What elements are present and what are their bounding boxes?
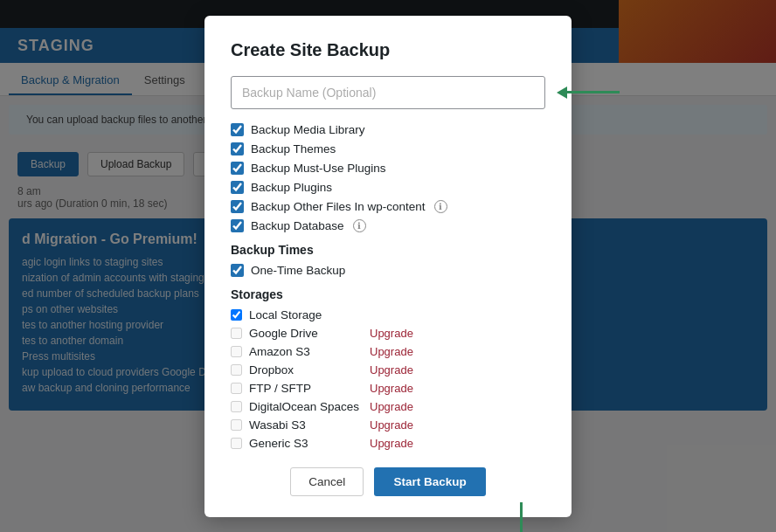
arrow-vert-line <box>520 502 523 533</box>
checkbox-database-input[interactable] <box>231 219 244 232</box>
checkbox-plugins-label: Backup Plugins <box>251 181 332 194</box>
backup-times-section: Backup Times One-Time Backup <box>231 243 545 277</box>
storage-ftp: FTP / SFTP Upgrade <box>231 382 545 395</box>
storage-dropbox-upgrade[interactable]: Upgrade <box>370 363 413 377</box>
arrow-line <box>567 91 620 93</box>
storage-amazon-s3: Amazon S3 Upgrade <box>231 345 545 358</box>
storage-local-checkbox[interactable] <box>231 309 242 321</box>
storage-wasabi-upgrade[interactable]: Upgrade <box>370 418 413 432</box>
checkbox-must-use-plugins: Backup Must-Use Plugins <box>231 162 545 175</box>
storage-local-label: Local Storage <box>249 308 363 321</box>
storage-google-drive-label: Google Drive <box>249 327 363 340</box>
cancel-button[interactable]: Cancel <box>290 467 364 496</box>
start-button-arrow <box>514 502 528 533</box>
checkbox-themes: Backup Themes <box>231 142 545 155</box>
storage-dropbox: Dropbox Upgrade <box>231 363 545 377</box>
modal-footer: Cancel Start Backup <box>231 467 545 496</box>
storage-google-drive-upgrade[interactable]: Upgrade <box>370 327 413 340</box>
storage-digitalocean: DigitalOcean Spaces Upgrade <box>231 400 545 413</box>
input-arrow <box>554 86 620 99</box>
database-info-icon[interactable]: ℹ <box>353 219 366 232</box>
checkbox-one-time-input[interactable] <box>231 264 244 277</box>
storage-dropbox-checkbox <box>231 364 242 376</box>
start-backup-button[interactable]: Start Backup <box>374 467 485 496</box>
checkbox-media-library: Backup Media Library <box>231 123 545 136</box>
checkbox-other-files-input[interactable] <box>231 200 244 213</box>
checkbox-media-library-input[interactable] <box>231 123 244 136</box>
storage-local: Local Storage <box>231 308 545 321</box>
storage-generic-s3: Generic S3 Upgrade <box>231 437 545 450</box>
checkbox-media-library-label: Backup Media Library <box>251 123 365 136</box>
storage-wasabi-label: Wasabi S3 <box>249 418 363 432</box>
storage-wasabi-checkbox <box>231 419 242 431</box>
other-files-info-icon[interactable]: ℹ <box>434 200 447 213</box>
backup-name-input[interactable] <box>231 76 545 109</box>
modal-title: Create Site Backup <box>231 40 545 60</box>
checkbox-plugins-input[interactable] <box>231 181 244 194</box>
storage-google-drive-checkbox <box>231 328 242 339</box>
storage-digitalocean-upgrade[interactable]: Upgrade <box>370 400 413 413</box>
storages-section: Storages Local Storage Google Drive Upgr… <box>231 287 545 450</box>
checkbox-themes-label: Backup Themes <box>251 142 336 155</box>
storage-ftp-upgrade[interactable]: Upgrade <box>370 382 413 395</box>
checkbox-themes-input[interactable] <box>231 142 244 155</box>
checkbox-database-label: Backup Database <box>251 219 344 232</box>
modal-overlay: Create Site Backup Backup Media Library <box>0 0 776 532</box>
storage-ftp-label: FTP / SFTP <box>249 382 363 395</box>
checkbox-other-files: Backup Other Files In wp-content ℹ <box>231 200 545 213</box>
storage-digitalocean-checkbox <box>231 401 242 412</box>
arrow-head-left <box>557 86 567 99</box>
storage-dropbox-label: Dropbox <box>249 363 363 377</box>
storage-ftp-checkbox <box>231 383 242 394</box>
storage-wasabi: Wasabi S3 Upgrade <box>231 418 545 432</box>
storage-generic-s3-checkbox <box>231 438 242 449</box>
storage-amazon-s3-label: Amazon S3 <box>249 345 363 358</box>
storage-google-drive: Google Drive Upgrade <box>231 327 545 340</box>
checkbox-plugins: Backup Plugins <box>231 181 545 194</box>
storage-amazon-s3-upgrade[interactable]: Upgrade <box>370 345 413 358</box>
checkbox-database: Backup Database ℹ <box>231 219 545 232</box>
storage-generic-s3-upgrade[interactable]: Upgrade <box>370 437 413 450</box>
backup-options-section: Backup Media Library Backup Themes Backu… <box>231 123 545 232</box>
checkbox-other-files-label: Backup Other Files In wp-content <box>251 200 426 213</box>
checkbox-must-use-plugins-label: Backup Must-Use Plugins <box>251 162 386 175</box>
storage-amazon-s3-checkbox <box>231 346 242 357</box>
backup-name-wrapper <box>231 76 545 109</box>
storages-heading: Storages <box>231 287 545 301</box>
checkbox-one-time-label: One-Time Backup <box>251 264 345 277</box>
storage-generic-s3-label: Generic S3 <box>249 437 363 450</box>
checkbox-one-time: One-Time Backup <box>231 264 545 277</box>
create-backup-modal: Create Site Backup Backup Media Library <box>204 16 572 517</box>
checkbox-must-use-plugins-input[interactable] <box>231 162 244 175</box>
storage-digitalocean-label: DigitalOcean Spaces <box>249 400 363 413</box>
backup-times-heading: Backup Times <box>231 243 545 257</box>
